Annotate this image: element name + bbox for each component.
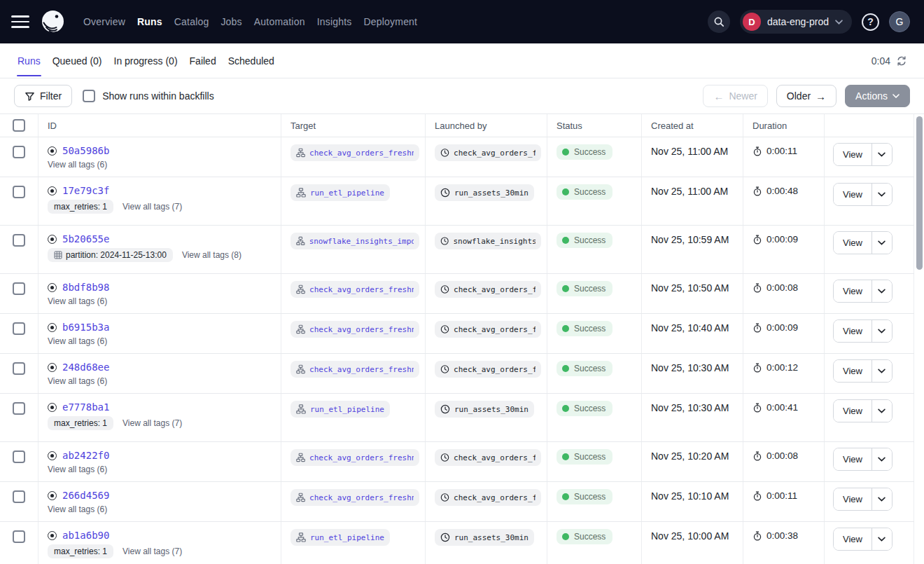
refresh-countdown: 0:04 bbox=[872, 55, 890, 67]
launched-by-pill[interactable]: snowflake_insights_… bbox=[435, 233, 541, 249]
launched-by-pill[interactable]: check_avg_orders_f… bbox=[435, 321, 541, 338]
view-all-tags-link[interactable]: View all tags (6) bbox=[48, 296, 107, 306]
run-id-link[interactable]: ab2422f0 bbox=[62, 450, 109, 461]
view-dropdown-button[interactable] bbox=[872, 232, 892, 254]
view-dropdown-button[interactable] bbox=[872, 528, 892, 550]
refresh-icon[interactable] bbox=[896, 55, 907, 67]
target-job-pill[interactable]: check_avg_orders_freshne bbox=[290, 321, 419, 338]
select-all-checkbox[interactable] bbox=[13, 119, 25, 132]
tab-in-progress[interactable]: In progress (0) bbox=[113, 43, 178, 78]
show-backfills-checkbox[interactable] bbox=[83, 90, 95, 102]
view-run-button[interactable]: View bbox=[834, 320, 872, 342]
tab-queued[interactable]: Queued (0) bbox=[52, 43, 103, 78]
view-dropdown-button[interactable] bbox=[872, 280, 892, 302]
target-job-pill[interactable]: run_etl_pipeline bbox=[290, 184, 390, 201]
row-checkbox[interactable] bbox=[13, 450, 25, 463]
view-run-button[interactable]: View bbox=[834, 232, 872, 254]
view-all-tags-link[interactable]: View all tags (7) bbox=[122, 418, 182, 428]
run-id-link[interactable]: 8bdf8b98 bbox=[62, 282, 109, 293]
tab-scheduled[interactable]: Scheduled bbox=[227, 43, 275, 78]
run-id-link[interactable]: 248d68ee bbox=[62, 362, 109, 373]
view-dropdown-button[interactable] bbox=[872, 320, 892, 342]
row-checkbox[interactable] bbox=[13, 322, 25, 335]
run-id-link[interactable]: e7778ba1 bbox=[62, 401, 109, 413]
target-job-pill[interactable]: check_avg_orders_freshne bbox=[290, 281, 419, 298]
row-checkbox[interactable] bbox=[13, 282, 25, 295]
target-job-pill[interactable]: check_avg_orders_freshne bbox=[290, 361, 419, 378]
view-run-button[interactable]: View bbox=[834, 184, 872, 205]
launched-by-pill[interactable]: check_avg_orders_f… bbox=[435, 489, 541, 506]
run-id-link[interactable]: 5b20655e bbox=[62, 233, 109, 245]
status-dot-icon bbox=[562, 493, 569, 500]
view-dropdown-button[interactable] bbox=[872, 184, 892, 205]
view-all-tags-link[interactable]: View all tags (7) bbox=[122, 546, 182, 556]
view-dropdown-button[interactable] bbox=[872, 488, 892, 510]
launched-by-pill[interactable]: check_avg_orders_f… bbox=[435, 449, 541, 466]
help-icon[interactable]: ? bbox=[862, 13, 879, 31]
row-checkbox[interactable] bbox=[13, 234, 25, 247]
view-dropdown-button[interactable] bbox=[872, 144, 892, 165]
avatar[interactable]: G bbox=[889, 11, 910, 32]
view-run-button[interactable]: View bbox=[834, 528, 872, 550]
nav-item-insights[interactable]: Insights bbox=[317, 16, 352, 27]
actions-button[interactable]: Actions bbox=[845, 85, 910, 107]
row-checkbox[interactable] bbox=[13, 186, 25, 198]
nav-item-jobs[interactable]: Jobs bbox=[220, 16, 241, 27]
tab-failed[interactable]: Failed bbox=[189, 43, 217, 78]
view-dropdown-button[interactable] bbox=[872, 360, 892, 382]
launched-by-pill[interactable]: run_assets_30min bbox=[435, 401, 534, 418]
filter-button[interactable]: Filter bbox=[14, 85, 72, 107]
search-icon[interactable] bbox=[708, 11, 730, 33]
view-dropdown-button[interactable] bbox=[872, 400, 892, 422]
launched-by-pill[interactable]: check_avg_orders_f… bbox=[435, 361, 541, 378]
target-job-pill[interactable]: run_etl_pipeline bbox=[290, 529, 390, 546]
vertical-scrollbar[interactable] bbox=[916, 116, 923, 270]
view-run-button[interactable]: View bbox=[834, 488, 872, 510]
view-all-tags-link[interactable]: View all tags (6) bbox=[48, 336, 107, 346]
view-run-button[interactable]: View bbox=[834, 280, 872, 302]
menu-icon[interactable] bbox=[11, 15, 29, 28]
view-run-button[interactable]: View bbox=[834, 144, 872, 165]
run-tag: max_retries: 1 bbox=[48, 416, 113, 430]
row-checkbox[interactable] bbox=[13, 402, 25, 415]
view-all-tags-link[interactable]: View all tags (6) bbox=[48, 504, 107, 514]
run-id-link[interactable]: b6915b3a bbox=[62, 322, 109, 333]
nav-item-automation[interactable]: Automation bbox=[254, 16, 305, 27]
row-checkbox[interactable] bbox=[13, 530, 25, 543]
row-checkbox[interactable] bbox=[13, 362, 25, 375]
nav-item-overview[interactable]: Overview bbox=[83, 16, 125, 27]
target-job-pill[interactable]: check_avg_orders_freshne bbox=[290, 449, 419, 466]
target-job-pill[interactable]: run_etl_pipeline bbox=[290, 401, 390, 418]
view-all-tags-link[interactable]: View all tags (8) bbox=[182, 250, 241, 260]
view-all-tags-link[interactable]: View all tags (6) bbox=[48, 160, 107, 170]
run-id-link[interactable]: ab1a6b90 bbox=[62, 530, 109, 541]
tab-runs[interactable]: Runs bbox=[17, 43, 41, 78]
workspace-switcher[interactable]: D data-eng-prod bbox=[740, 10, 852, 34]
status-dot-icon bbox=[562, 237, 569, 244]
launched-by-pill[interactable]: run_assets_30min bbox=[435, 529, 534, 546]
run-id-link[interactable]: 17e79c3f bbox=[62, 185, 109, 196]
target-job-pill[interactable]: check_avg_orders_freshne bbox=[290, 489, 419, 506]
launched-by-pill[interactable]: check_avg_orders_f… bbox=[435, 281, 541, 298]
newer-button[interactable]: ←Newer bbox=[703, 85, 767, 107]
run-id-link[interactable]: 50a5986b bbox=[62, 145, 109, 156]
older-button[interactable]: Older→ bbox=[776, 85, 836, 107]
row-checkbox[interactable] bbox=[13, 490, 25, 503]
view-dropdown-button[interactable] bbox=[872, 448, 892, 470]
run-id-link[interactable]: 266d4569 bbox=[62, 490, 109, 501]
view-run-button[interactable]: View bbox=[834, 360, 872, 382]
launched-by-pill[interactable]: check_avg_orders_f… bbox=[435, 144, 541, 161]
view-run-button[interactable]: View bbox=[834, 400, 872, 422]
launched-by-pill[interactable]: run_assets_30min bbox=[435, 184, 534, 201]
dagster-logo-icon[interactable] bbox=[40, 9, 66, 35]
nav-item-deployment[interactable]: Deployment bbox=[363, 16, 417, 27]
view-run-button[interactable]: View bbox=[834, 448, 872, 470]
target-job-pill[interactable]: check_avg_orders_freshne bbox=[290, 144, 419, 161]
view-all-tags-link[interactable]: View all tags (6) bbox=[48, 376, 107, 386]
row-checkbox[interactable] bbox=[13, 146, 25, 158]
view-all-tags-link[interactable]: View all tags (6) bbox=[48, 465, 107, 474]
view-all-tags-link[interactable]: View all tags (7) bbox=[122, 202, 182, 212]
nav-item-runs[interactable]: Runs bbox=[137, 16, 162, 27]
target-job-pill[interactable]: snowflake_insights_import bbox=[290, 233, 419, 249]
nav-item-catalog[interactable]: Catalog bbox=[174, 16, 209, 27]
